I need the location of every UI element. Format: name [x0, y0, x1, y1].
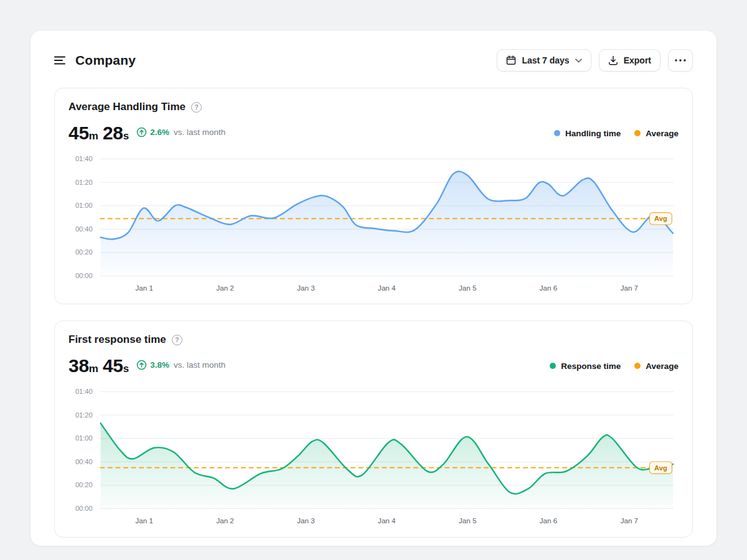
legend-item-handling-time: Handling time [554, 129, 621, 138]
y-tick-label: 00:20 [75, 248, 93, 256]
ellipsis-icon [675, 59, 686, 62]
stat-seconds-value: 45 [103, 355, 123, 376]
legend-dot [554, 130, 560, 136]
calendar-icon [506, 55, 516, 65]
y-tick-label: 00:20 [75, 482, 93, 489]
x-tick-label: Jan 5 [459, 284, 476, 292]
page-title: Company [75, 53, 136, 68]
card-average-handling-time: Average Handling Time ? 45 m 28 s 2.6% [54, 88, 693, 304]
card-title: Average Handling Time [68, 101, 186, 113]
x-tick-label: Jan 6 [540, 516, 557, 525]
line-chart-svg: 00:0000:2000:4001:0001:2001:40Jan 1Jan 2… [68, 151, 679, 296]
y-tick-label: 01:00 [75, 435, 93, 442]
dashboard-panel: Company Last 7 days [30, 30, 717, 546]
download-icon [608, 55, 618, 65]
stat-minutes-value: 45 [68, 123, 89, 144]
x-tick-label: Jan 4 [378, 284, 396, 292]
menu-icon[interactable] [54, 56, 65, 65]
legend: Response time Average [550, 362, 679, 371]
legend-item-average: Average [634, 129, 679, 138]
card-first-response-time: First response time ? 38 m 45 s 3.8% v [54, 320, 693, 537]
legend-dot [550, 363, 556, 369]
delta-value: 3.8% [150, 360, 169, 370]
date-range-label: Last 7 days [522, 55, 569, 65]
y-tick-label: 00:00 [75, 272, 93, 279]
delta-badge: 3.8% vs. last month [136, 360, 225, 370]
stat-response-time: 38 m 45 s 3.8% vs. last month [68, 355, 225, 376]
stat-seconds-unit: s [123, 130, 129, 142]
delta-suffix: vs. last month [174, 360, 225, 370]
export-button[interactable]: Export [599, 49, 660, 72]
stat-minutes-unit: m [89, 363, 98, 375]
avg-badge: Avg [650, 462, 672, 474]
x-tick-label: Jan 1 [136, 284, 153, 292]
y-tick-label: 01:00 [75, 202, 93, 209]
legend-label: Average [646, 129, 679, 138]
legend-item-average: Average [634, 362, 679, 371]
svg-text:Avg: Avg [654, 215, 667, 222]
line-chart-svg: 00:0000:2000:4001:0001:2001:40Jan 1Jan 2… [68, 383, 679, 529]
chevron-down-icon [575, 58, 582, 63]
legend-dot [634, 363, 641, 369]
delta-suffix: vs. last month [174, 128, 225, 137]
legend-item-response-time: Response time [550, 362, 621, 371]
x-tick-label: Jan 3 [297, 516, 314, 525]
avg-badge: Avg [650, 213, 672, 225]
y-tick-label: 01:20 [75, 411, 93, 419]
y-tick-label: 01:40 [75, 155, 93, 162]
x-tick-label: Jan 4 [378, 516, 396, 525]
x-tick-label: Jan 2 [216, 516, 233, 525]
delta-value: 2.6% [150, 128, 169, 137]
handling-time-chart: 00:0000:2000:4001:0001:2001:40Jan 1Jan 2… [68, 151, 679, 296]
legend-label: Handling time [565, 129, 621, 138]
response-time-chart: 00:0000:2000:4001:0001:2001:40Jan 1Jan 2… [68, 383, 679, 529]
x-tick-label: Jan 5 [459, 516, 476, 525]
x-tick-label: Jan 7 [621, 516, 638, 525]
stat-minutes-unit: m [89, 130, 98, 142]
legend-label: Average [646, 362, 679, 371]
stat-minutes-value: 38 [68, 355, 89, 376]
stat-seconds-value: 28 [103, 123, 123, 144]
x-tick-label: Jan 7 [621, 284, 638, 292]
y-tick-label: 00:40 [75, 225, 93, 233]
stat-handling-time: 45 m 28 s 2.6% vs. last month [68, 123, 225, 144]
y-tick-label: 00:40 [75, 458, 93, 465]
export-label: Export [624, 55, 651, 65]
y-tick-label: 00:00 [75, 505, 93, 512]
legend: Handling time Average [554, 129, 679, 138]
header-left: Company [54, 53, 136, 68]
x-tick-label: Jan 3 [297, 284, 314, 292]
svg-text:Avg: Avg [654, 464, 667, 472]
arrow-up-circle-icon [136, 127, 147, 138]
arrow-up-circle-icon [136, 360, 147, 370]
legend-label: Response time [561, 362, 621, 371]
y-tick-label: 01:20 [75, 179, 93, 186]
header: Company Last 7 days [54, 49, 693, 72]
date-range-button[interactable]: Last 7 days [497, 49, 591, 72]
stat-seconds-unit: s [123, 363, 129, 375]
x-tick-label: Jan 6 [540, 284, 557, 292]
help-icon[interactable]: ? [172, 335, 182, 345]
delta-badge: 2.6% vs. last month [136, 127, 225, 138]
x-tick-label: Jan 1 [136, 516, 153, 525]
help-icon[interactable]: ? [191, 102, 202, 113]
more-button[interactable] [668, 49, 693, 72]
header-actions: Last 7 days Export [497, 49, 693, 72]
x-tick-label: Jan 2 [216, 284, 233, 292]
legend-dot [634, 130, 641, 136]
card-title: First response time [68, 334, 166, 346]
y-tick-label: 01:40 [75, 388, 93, 395]
series-area [101, 172, 673, 276]
